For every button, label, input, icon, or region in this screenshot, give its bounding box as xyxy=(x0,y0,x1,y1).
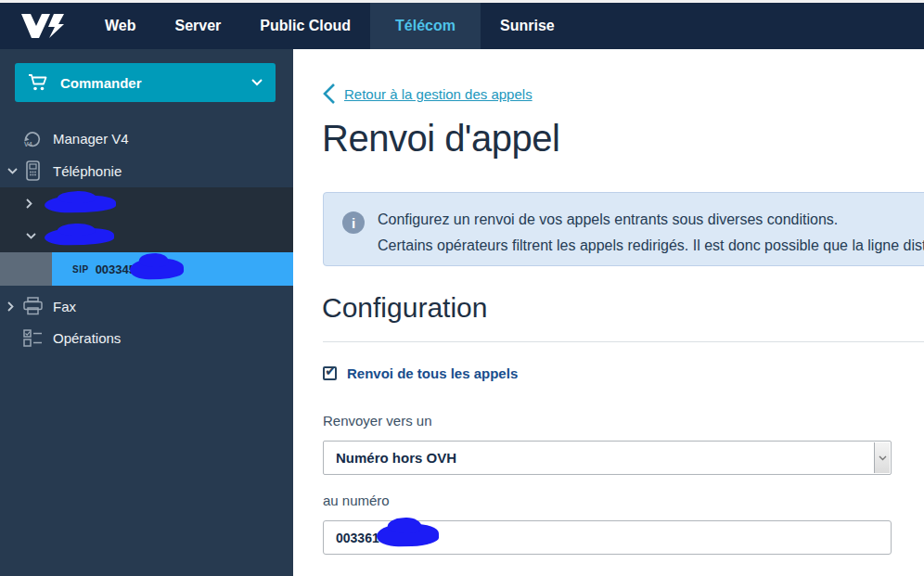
chevron-right-icon xyxy=(7,301,14,312)
phone-icon xyxy=(20,160,45,181)
chevron-left-icon xyxy=(321,83,337,105)
billing-account-row-collapsed[interactable] xyxy=(0,187,293,220)
back-link[interactable]: Retour à la gestion des appels xyxy=(321,83,533,105)
tab-web[interactable]: Web xyxy=(85,3,155,49)
chevron-right-icon xyxy=(26,198,32,209)
sidebar-item-manager-v4[interactable]: V4 Manager V4 xyxy=(0,124,293,152)
section-title: Configuration xyxy=(322,292,487,324)
sip-prefix: SIP xyxy=(72,264,89,275)
operations-checklist-icon xyxy=(20,329,45,347)
page-title: Renvoi d'appel xyxy=(322,118,559,160)
section-divider xyxy=(323,341,924,342)
chevron-down-icon xyxy=(7,168,18,174)
checkmark-icon: ✔ xyxy=(325,363,337,379)
checkbox-checked[interactable]: ✔ xyxy=(323,366,337,380)
telephony-group: SIP 0033458 xyxy=(0,187,293,286)
commander-label: Commander xyxy=(60,75,142,91)
info-icon: i xyxy=(342,211,365,234)
forward-target-label: Renvoyer vers un xyxy=(323,413,432,429)
svg-text:V4: V4 xyxy=(24,141,32,147)
tab-sunrise[interactable]: Sunrise xyxy=(481,3,574,49)
tab-server[interactable]: Server xyxy=(155,3,240,49)
forward-target-select[interactable]: Numéro hors OVH xyxy=(323,441,892,475)
selected-row-gutter xyxy=(0,252,52,286)
sidebar-item-sip-line-selected[interactable]: SIP 0033458 xyxy=(0,252,293,286)
chevron-down-icon xyxy=(879,455,887,461)
info-text-line2: Certains opérateurs filtrent les appels … xyxy=(378,237,924,254)
sidebar-item-label: Téléphonie xyxy=(53,163,122,179)
ovh-v4-logo[interactable] xyxy=(0,3,85,49)
redacted-phone-number xyxy=(130,258,185,280)
back-link-label[interactable]: Retour à la gestion des appels xyxy=(344,86,533,102)
ovh-v4-logo-icon xyxy=(19,12,66,40)
sidebar-item-label: Fax xyxy=(53,299,76,314)
chevron-down-icon xyxy=(26,233,36,239)
checkbox-label: Renvoi de tous les appels xyxy=(347,365,518,381)
billing-account-row-expanded[interactable] xyxy=(0,220,293,252)
cart-icon xyxy=(28,73,48,92)
tab-public-cloud[interactable]: Public Cloud xyxy=(240,3,370,49)
sidebar-item-operations[interactable]: Opérations xyxy=(0,324,293,352)
redacted-account-name xyxy=(45,227,114,246)
redacted-number-suffix xyxy=(377,523,440,547)
select-dropdown-button[interactable] xyxy=(874,442,890,473)
manager-v4-icon: V4 xyxy=(20,128,45,148)
tab-telecom[interactable]: Télécom xyxy=(370,3,481,49)
fax-printer-icon xyxy=(20,297,45,315)
redacted-account-name xyxy=(45,194,116,212)
sidebar-item-label: Manager V4 xyxy=(53,131,129,147)
commander-button[interactable]: Commander xyxy=(15,63,276,102)
sidebar-item-fax[interactable]: Fax xyxy=(0,292,293,320)
sidebar-item-telephonie[interactable]: Téléphonie xyxy=(0,157,293,185)
main-content: Retour à la gestion des appels Renvoi d'… xyxy=(293,49,924,576)
forward-all-calls-checkbox-row[interactable]: ✔ Renvoi de tous les appels xyxy=(323,365,518,381)
chevron-down-icon xyxy=(251,79,263,86)
select-value: Numéro hors OVH xyxy=(336,450,456,466)
top-navbar: Web Server Public Cloud Télécom Sunrise xyxy=(0,3,924,49)
info-text-line1: Configurez un renvoi de vos appels entra… xyxy=(378,211,838,228)
info-banner: i Configurez un renvoi de vos appels ent… xyxy=(323,192,924,266)
sidebar: Commander V4 Manager V4 Téléphonie xyxy=(0,49,293,576)
sidebar-item-label: Opérations xyxy=(53,330,121,346)
number-label: au numéro xyxy=(323,493,390,508)
